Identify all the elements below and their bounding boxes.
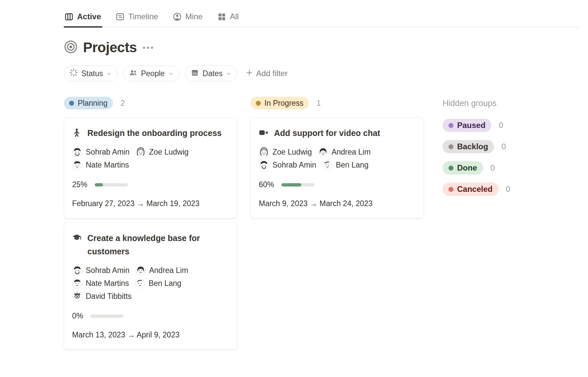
status-group-pill[interactable]: Backlog: [442, 140, 494, 153]
view-tab-bar: ActiveTimelineMineAll: [64, 10, 580, 28]
group-name: Done: [457, 163, 477, 173]
person-name: Sohrab Amin: [86, 266, 130, 275]
column-name: Planning: [78, 99, 108, 108]
card-title-row: Redesign the onboarding process: [72, 126, 229, 140]
person-chip[interactable]: Sohrab Amin: [72, 265, 130, 276]
page-title-row: Projects: [64, 40, 588, 56]
tab-timeline[interactable]: Timeline: [115, 10, 159, 28]
hidden-group-canceled: Canceled0: [442, 183, 510, 196]
person-chip[interactable]: Andrea Lim: [318, 146, 371, 158]
project-card[interactable]: Add support for video chatZoe LudwigAndr…: [250, 117, 424, 218]
progress-percent-label: 0%: [72, 312, 83, 320]
filter-dates-button[interactable]: Dates: [185, 65, 238, 81]
avatar-man-plain: [322, 160, 333, 170]
progress-bar-track: [90, 314, 124, 318]
more-options-button[interactable]: [143, 47, 153, 49]
person-chip[interactable]: David Tibbitts: [72, 291, 132, 302]
group-name: Canceled: [457, 185, 493, 194]
person-chip[interactable]: Andrea Lim: [136, 265, 188, 276]
status-group-pill[interactable]: Canceled: [442, 183, 499, 196]
card-date-range: February 27, 2023 → March 19, 2023: [72, 199, 229, 208]
card-progress-row: 25%: [72, 180, 229, 189]
card-title: Redesign the onboarding process: [87, 126, 222, 140]
avatar-man-glasses: [72, 291, 82, 302]
progress-percent-label: 60%: [259, 180, 274, 189]
card-people-list: Sohrab AminAndrea LimNate MartinsBen Lan…: [72, 265, 218, 302]
column-cards: Add support for video chatZoe LudwigAndr…: [250, 117, 424, 218]
group-count: 0: [490, 163, 495, 173]
group-count: 0: [506, 185, 510, 194]
board-column-planning: Planning2Redesign the onboarding process…: [64, 97, 237, 350]
tab-all[interactable]: All: [217, 10, 240, 28]
avatar-man-beard: [72, 147, 82, 157]
card-progress-row: 60%: [259, 180, 416, 189]
avatar-woman-long-hair: [259, 147, 269, 157]
person-chip[interactable]: Sohrab Amin: [259, 159, 316, 171]
person-name: Zoe Ludwig: [272, 148, 312, 157]
person-chip[interactable]: Zoe Ludwig: [136, 146, 189, 158]
column-cards: Redesign the onboarding processSohrab Am…: [64, 117, 237, 350]
person-circle-icon: [173, 12, 182, 21]
person-chip[interactable]: Nate Martins: [72, 278, 129, 289]
person-name: Nate Martins: [86, 161, 129, 170]
avatar-woman-bob: [136, 265, 146, 276]
filter-label: People: [141, 69, 165, 78]
person-chip[interactable]: Zoe Ludwig: [259, 146, 312, 158]
card-date-range: March 13, 2023 → April 9, 2023: [72, 330, 229, 339]
avatar-man-beard: [259, 160, 269, 170]
timeline-view-icon: [116, 12, 125, 21]
person-chip[interactable]: Sohrab Amin: [72, 146, 130, 158]
person-name: Ben Lang: [148, 279, 181, 288]
child-icon: [72, 128, 81, 137]
tab-mine[interactable]: Mine: [172, 10, 204, 28]
person-name: David Tibbitts: [86, 292, 132, 301]
tab-active[interactable]: Active: [64, 10, 102, 28]
video-camera-icon: [259, 128, 268, 137]
filter-status-button[interactable]: Status: [64, 65, 118, 81]
avatar-man-plain: [135, 278, 145, 289]
column-header: In Progress1: [250, 97, 424, 109]
avatar-woman-bob: [318, 147, 328, 157]
status-group-pill[interactable]: In Progress: [250, 97, 309, 109]
column-count: 2: [121, 98, 125, 108]
filter-label: Dates: [203, 69, 223, 78]
person-chip[interactable]: Ben Lang: [135, 278, 181, 289]
tab-label: All: [230, 12, 239, 21]
card-progress-row: 0%: [72, 312, 229, 320]
add-filter-button[interactable]: Add filter: [245, 69, 288, 78]
status-group-pill[interactable]: Paused: [442, 119, 491, 132]
group-count: 0: [499, 121, 503, 130]
column-name: In Progress: [264, 99, 304, 108]
card-title-row: Create a knowledge base for customers: [72, 231, 229, 258]
status-dot: [448, 166, 453, 171]
chevron-down-icon: [107, 69, 112, 78]
progress-bar-fill: [95, 183, 103, 187]
chevron-down-icon: [226, 69, 231, 78]
person-chip[interactable]: Ben Lang: [322, 159, 368, 171]
status-group-pill[interactable]: Done: [442, 161, 483, 175]
card-title: Create a knowledge base for customers: [87, 231, 229, 258]
card-date-range: March 9, 2023 → March 24, 2023: [259, 199, 416, 208]
tab-label: Mine: [185, 12, 203, 21]
chevron-down-icon: [168, 69, 173, 78]
status-group-pill[interactable]: Planning: [64, 97, 113, 109]
project-card[interactable]: Create a knowledge base for customersSoh…: [64, 222, 237, 350]
hidden-group-backlog: Backlog0: [442, 140, 510, 153]
project-card[interactable]: Redesign the onboarding processSohrab Am…: [64, 117, 237, 218]
filter-bar: StatusPeopleDates Add filter: [64, 65, 588, 81]
target-icon: [64, 40, 78, 55]
hidden-groups-section: Hidden groups Paused0Backlog0Done0Cancel…: [442, 97, 510, 204]
calendar-icon: [191, 68, 199, 79]
hidden-groups-list: Paused0Backlog0Done0Canceled0: [442, 119, 510, 196]
projects-board-page: ActiveTimelineMineAll Projects StatusPeo…: [0, 0, 588, 350]
add-filter-label: Add filter: [256, 69, 288, 78]
group-name: Backlog: [457, 142, 488, 151]
progress-bar-fill: [281, 183, 301, 187]
person-name: Andrea Lim: [149, 266, 188, 275]
filter-people-button[interactable]: People: [123, 65, 180, 81]
person-name: Nate Martins: [86, 279, 129, 288]
board-column-in-progress: In Progress1Add support for video chatZo…: [250, 97, 424, 218]
tab-label: Active: [77, 12, 101, 21]
status-dot: [448, 123, 453, 128]
person-chip[interactable]: Nate Martins: [72, 159, 129, 171]
